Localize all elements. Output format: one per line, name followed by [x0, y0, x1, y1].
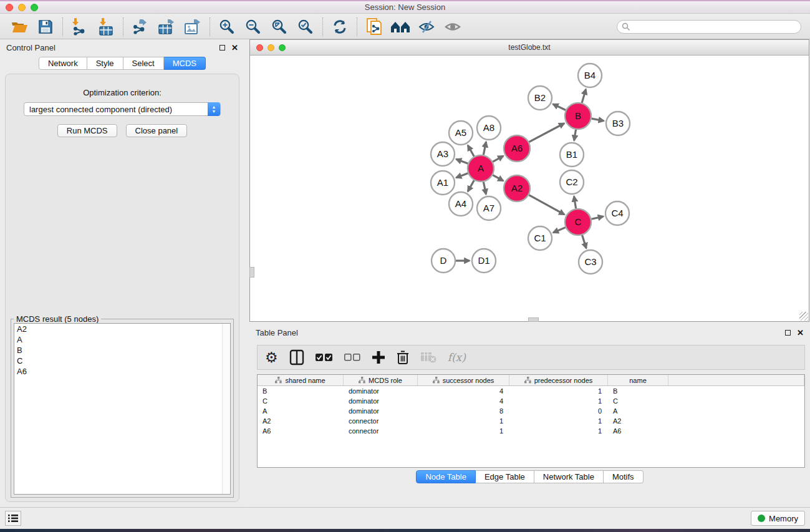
- network-graph[interactable]: B4B2BB3A5A8A6A3B1AA1C2A2A4A7C4CC1DD1C3: [250, 56, 809, 321]
- mcds-result-title: MCDS result (5 nodes): [14, 314, 101, 324]
- mcds-result-group: MCDS result (5 nodes) A2 A B C A6: [11, 319, 234, 498]
- graph-node-label: C: [575, 216, 582, 227]
- graph-node-label: A1: [437, 177, 448, 188]
- graph-edge[interactable]: [582, 235, 587, 248]
- tab-mcds[interactable]: MCDS: [164, 57, 206, 70]
- create-column-plus-icon[interactable]: [372, 349, 385, 366]
- mcds-result-item[interactable]: A6: [14, 366, 230, 377]
- tab-motifs[interactable]: Motifs: [604, 470, 644, 483]
- tab-node-table[interactable]: Node Table: [416, 470, 476, 483]
- column-header-predecessor-nodes[interactable]: predecessor nodes: [509, 375, 608, 385]
- show-all-eye-icon[interactable]: [440, 16, 466, 37]
- tab-network[interactable]: Network: [39, 57, 87, 70]
- close-panel-button[interactable]: Close panel: [126, 124, 188, 137]
- graph-node-label: B4: [584, 70, 595, 80]
- graph-edge[interactable]: [529, 195, 564, 215]
- tab-style[interactable]: Style: [87, 57, 123, 70]
- memory-button[interactable]: Memory: [751, 511, 805, 526]
- graph-edge[interactable]: [529, 123, 564, 142]
- export-table-icon[interactable]: [153, 16, 180, 37]
- mcds-result-item[interactable]: A2: [14, 324, 230, 334]
- mcds-result-item[interactable]: A: [14, 334, 230, 345]
- column-header-successor-nodes[interactable]: successor nodes: [418, 375, 509, 385]
- graph-edge[interactable]: [582, 89, 586, 103]
- show-tasks-button[interactable]: [5, 511, 21, 526]
- graph-edge[interactable]: [574, 196, 576, 209]
- canvas-splitter-handle[interactable]: [249, 267, 254, 278]
- graph-node-label: A8: [483, 122, 494, 133]
- deselect-all-rows-icon[interactable]: [344, 349, 360, 366]
- network-frame-titlebar[interactable]: testGlobe.txt: [250, 40, 809, 56]
- close-panel-icon[interactable]: ✕: [231, 44, 238, 52]
- table-row[interactable]: Cdominator41C: [258, 396, 804, 406]
- column-header-shared-name[interactable]: shared name: [258, 375, 344, 385]
- table-row[interactable]: Adominator80A: [258, 406, 804, 416]
- first-neighbors-houses-icon[interactable]: [387, 16, 413, 37]
- canvas-splitter-handle[interactable]: [528, 317, 539, 322]
- zoom-fit-icon[interactable]: [266, 16, 292, 37]
- graph-edge[interactable]: [493, 175, 503, 181]
- save-session-icon[interactable]: [32, 16, 59, 37]
- graph-node-label: C4: [611, 208, 623, 218]
- graph-edge[interactable]: [468, 180, 474, 191]
- column-type-icon: [524, 377, 531, 384]
- graph-edge[interactable]: [468, 145, 474, 157]
- zoom-selected-icon[interactable]: [292, 16, 319, 37]
- graph-edge[interactable]: [553, 228, 566, 233]
- float-panel-icon[interactable]: [219, 45, 225, 51]
- mcds-result-list[interactable]: A2 A B C A6: [14, 323, 231, 495]
- tab-select[interactable]: Select: [123, 57, 164, 70]
- zoom-out-icon[interactable]: [240, 16, 266, 37]
- graph-edge[interactable]: [456, 173, 468, 178]
- import-network-icon[interactable]: [67, 16, 93, 37]
- result-list-scrollbar[interactable]: [222, 324, 230, 494]
- column-header-name[interactable]: name: [608, 375, 668, 385]
- optimization-criterion-value: largest connected component (directed): [24, 105, 172, 114]
- import-table-icon[interactable]: [93, 16, 119, 37]
- search-input[interactable]: [617, 20, 801, 34]
- table-panel-title: Table Panel: [256, 328, 298, 337]
- tab-edge-table[interactable]: Edge Table: [476, 470, 534, 483]
- delete-column-trash-icon[interactable]: [397, 349, 409, 366]
- refresh-icon[interactable]: [327, 16, 353, 37]
- graph-edge[interactable]: [483, 142, 486, 155]
- app-window: Session: New Session: [0, 0, 810, 532]
- close-panel-icon[interactable]: ✕: [797, 329, 804, 337]
- float-panel-icon[interactable]: [785, 330, 791, 336]
- control-panel: Control Panel ✕ Network Style Select MCD…: [0, 39, 244, 507]
- zoom-in-icon[interactable]: [214, 16, 240, 37]
- show-columns-icon[interactable]: [289, 349, 304, 366]
- search-icon: [622, 22, 630, 31]
- graph-node-label: C3: [584, 256, 596, 267]
- export-network-icon[interactable]: [127, 16, 153, 37]
- resize-grip-icon[interactable]: [799, 312, 808, 321]
- table-settings-gear-icon[interactable]: ⚙: [265, 349, 278, 366]
- mcds-result-item[interactable]: C: [14, 355, 230, 366]
- hide-selected-eye-icon[interactable]: [413, 16, 440, 37]
- mcds-result-item[interactable]: B: [14, 345, 230, 355]
- table-row[interactable]: Bdominator41B: [258, 386, 804, 396]
- run-mcds-button[interactable]: Run MCDS: [57, 124, 117, 137]
- select-all-rows-icon[interactable]: [316, 349, 333, 366]
- optimization-criterion-select[interactable]: largest connected component (directed) ▲…: [24, 102, 221, 116]
- graph-node-label: D: [440, 255, 447, 266]
- column-type-icon: [359, 377, 365, 384]
- network-canvas[interactable]: B4B2BB3A5A8A6A3B1AA1C2A2A4A7C4CC1DD1C3: [250, 56, 809, 321]
- toolbar-separator: [357, 17, 357, 36]
- graph-node-label: B1: [566, 149, 577, 160]
- export-image-icon[interactable]: [180, 16, 206, 37]
- graph-edge[interactable]: [456, 159, 468, 163]
- open-file-icon[interactable]: [6, 16, 32, 37]
- new-network-from-selection-icon[interactable]: [361, 16, 387, 37]
- graph-edge[interactable]: [553, 104, 566, 110]
- graph-edge[interactable]: [483, 182, 486, 195]
- tab-network-table[interactable]: Network Table: [534, 470, 604, 483]
- graph-edge[interactable]: [591, 216, 603, 219]
- column-header-filler: [668, 375, 804, 385]
- graph-edge[interactable]: [493, 156, 503, 162]
- graph-edge[interactable]: [592, 118, 604, 121]
- table-row[interactable]: A2connector11A2: [258, 416, 804, 426]
- column-header-mcds-role[interactable]: MCDS role: [344, 375, 418, 385]
- table-row[interactable]: A6connector11A6: [258, 426, 804, 436]
- graph-edge[interactable]: [574, 130, 576, 141]
